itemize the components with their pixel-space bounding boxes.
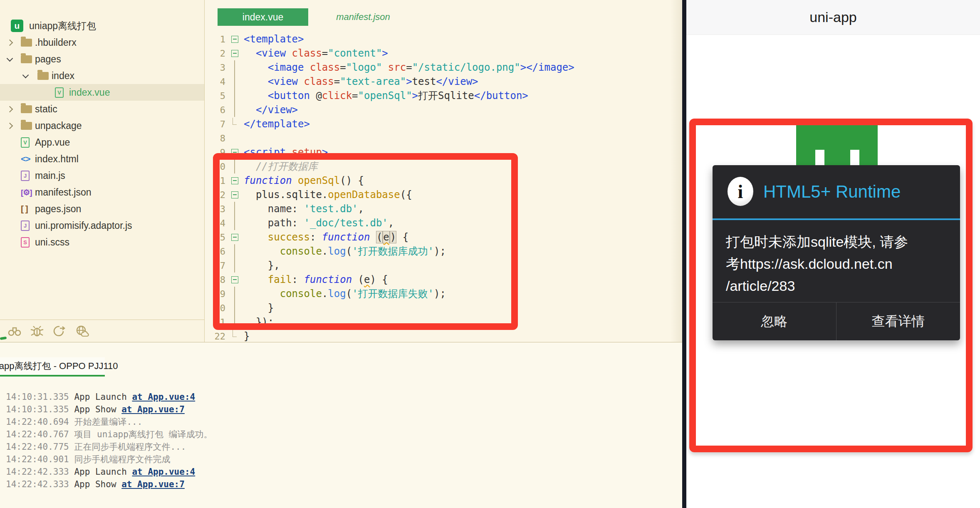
code-text: name: 'test.db', bbox=[241, 203, 364, 215]
chevron-down-icon[interactable] bbox=[22, 72, 29, 78]
log-message: App Launch bbox=[74, 392, 132, 402]
chevron-right-icon[interactable] bbox=[7, 106, 13, 112]
log-source-link[interactable]: at App.vue:4 bbox=[132, 392, 195, 402]
console-panel: uniapp离线打包 - OPPO PJJ110 14:10:31.335 Ap… bbox=[0, 342, 682, 508]
code-line-5[interactable]: 5 <button @click="openSql">打开Sqlite</but… bbox=[205, 89, 682, 103]
console-tab-device[interactable]: uniapp离线打包 - OPPO PJJ110 bbox=[0, 357, 105, 375]
code-line-6[interactable]: 6 </view> bbox=[205, 103, 682, 117]
fold-guide bbox=[228, 258, 241, 273]
tree-item-label: main.js bbox=[35, 170, 65, 181]
fold-toggle-icon[interactable] bbox=[228, 32, 241, 46]
log-source-link[interactable]: at App.vue:7 bbox=[121, 404, 185, 414]
tree-item-unpackage[interactable]: unpackage bbox=[0, 117, 204, 134]
sidebar-toolbar bbox=[0, 320, 205, 342]
tree-item-label: unpackage bbox=[35, 120, 82, 131]
tree-item-index.vue[interactable]: Vindex.vue bbox=[0, 84, 204, 101]
code-text: </template> bbox=[241, 118, 310, 130]
binoculars-search-icon[interactable] bbox=[7, 325, 22, 338]
fold-toggle-icon[interactable] bbox=[228, 188, 241, 202]
line-number: 1 bbox=[205, 34, 228, 45]
tree-item-pages.json[interactable]: [ ]pages.json bbox=[0, 201, 204, 217]
tree-item-static[interactable]: static bbox=[0, 101, 204, 117]
code-line-1[interactable]: 1<template> bbox=[205, 32, 682, 46]
tree-item-label: index bbox=[52, 70, 74, 82]
code-line-21[interactable]: 21 }); bbox=[205, 315, 682, 329]
console-log-list: 14:10:31.335 App Launch at App.vue:414:1… bbox=[6, 391, 213, 491]
tab-manifest-json[interactable]: manifest.json bbox=[326, 8, 401, 26]
code-line-3[interactable]: 3 <image class="logo" src="/static/logo.… bbox=[205, 60, 682, 74]
fold-toggle-icon[interactable] bbox=[228, 46, 241, 60]
code-text: //打开数据库 bbox=[241, 160, 318, 173]
sync-arrow-icon[interactable] bbox=[52, 325, 67, 338]
code-line-7[interactable]: 7</template> bbox=[205, 117, 682, 131]
dialog-header: i HTML5+ Runtime bbox=[713, 165, 960, 218]
log-message: App Show bbox=[74, 404, 121, 414]
chevron-down-icon[interactable] bbox=[7, 55, 13, 62]
log-source-link[interactable]: at App.vue:7 bbox=[121, 479, 185, 489]
tree-item-label: uni.scss bbox=[35, 237, 69, 248]
code-line-18[interactable]: 18 fail: function (e) { bbox=[205, 273, 682, 287]
tree-item-.hbuilderx[interactable]: .hbuilderx bbox=[0, 34, 204, 51]
fold-toggle-icon[interactable] bbox=[228, 145, 241, 159]
tree-item-main.js[interactable]: Jmain.js bbox=[0, 167, 204, 184]
tab-index-vue[interactable]: index.vue bbox=[218, 8, 308, 26]
editor-scrollbar[interactable] bbox=[671, 0, 682, 342]
fold-toggle-icon[interactable] bbox=[228, 273, 241, 287]
code-line-8[interactable]: 8 bbox=[205, 131, 682, 145]
code-line-9[interactable]: 9<script setup> bbox=[205, 145, 682, 159]
tree-item-App.vue[interactable]: VApp.vue bbox=[0, 134, 204, 151]
globe-cloud-icon[interactable] bbox=[74, 325, 90, 338]
chevron-right-icon[interactable] bbox=[7, 39, 13, 46]
phone-titlebar: uni-app bbox=[686, 0, 980, 35]
console-log-line: 14:10:31.335 App Launch at App.vue:4 bbox=[6, 391, 213, 403]
code-text: <template> bbox=[241, 33, 304, 45]
line-number: 22 bbox=[205, 331, 228, 342]
code-text: console.log('打开数据库成功'); bbox=[241, 245, 446, 258]
folder-icon bbox=[37, 72, 49, 80]
tree-item-label: pages bbox=[35, 54, 61, 65]
tree-item-label: App.vue bbox=[35, 137, 70, 148]
tree-item-manifest.json[interactable]: [⚙]manifest.json bbox=[0, 184, 204, 201]
tree-item-label: static bbox=[35, 104, 57, 115]
code-line-13[interactable]: 13 name: 'test.db', bbox=[205, 202, 682, 216]
line-number: 19 bbox=[205, 289, 228, 299]
code-text: <image class="logo" src="/static/logo.pn… bbox=[241, 62, 574, 73]
line-number: 7 bbox=[205, 119, 228, 129]
code-text: plus.sqlite.openDatabase({ bbox=[241, 189, 412, 201]
code-line-19[interactable]: 19 console.log('打开数据库失败'); bbox=[205, 287, 682, 301]
bug-debug-icon[interactable] bbox=[29, 325, 45, 338]
code-area[interactable]: 1<template>2 <view class="content">3 <im… bbox=[205, 32, 682, 343]
log-source-link[interactable]: at App.vue:4 bbox=[132, 467, 195, 477]
code-line-20[interactable]: 20 } bbox=[205, 301, 682, 315]
project-root[interactable]: u uniapp离线打包 bbox=[0, 17, 204, 34]
code-line-22[interactable]: 22} bbox=[205, 329, 682, 343]
code-line-17[interactable]: 17 }, bbox=[205, 258, 682, 273]
fold-toggle-icon[interactable] bbox=[228, 173, 241, 188]
tree-item-index[interactable]: index bbox=[0, 67, 204, 84]
ignore-button[interactable]: 忽略 bbox=[713, 302, 836, 340]
fold-toggle-icon[interactable] bbox=[228, 230, 241, 244]
code-line-2[interactable]: 2 <view class="content"> bbox=[205, 46, 682, 60]
project-explorer: u uniapp离线打包 .hbuilderxpagesindexVindex.… bbox=[0, 0, 205, 342]
fold-guide bbox=[228, 131, 241, 145]
view-details-button[interactable]: 查看详情 bbox=[836, 302, 960, 340]
code-line-4[interactable]: 4 <view class="text-area">test</view> bbox=[205, 74, 682, 89]
code-line-12[interactable]: 12 plus.sqlite.openDatabase({ bbox=[205, 188, 682, 202]
code-line-11[interactable]: 11function openSql() { bbox=[205, 173, 682, 188]
code-line-16[interactable]: 16 console.log('打开数据库成功'); bbox=[205, 244, 682, 258]
dialog-buttons: 忽略 查看详情 bbox=[713, 302, 960, 340]
window-divider[interactable] bbox=[682, 0, 686, 508]
tree-item-pages[interactable]: pages bbox=[0, 51, 204, 67]
code-line-10[interactable]: 10 //打开数据库 bbox=[205, 159, 682, 173]
folder-icon bbox=[21, 105, 32, 113]
code-line-15[interactable]: 15 success: function (e) { bbox=[205, 230, 682, 244]
code-text: }, bbox=[241, 260, 280, 271]
folder-icon bbox=[21, 39, 32, 47]
code-line-14[interactable]: 14 path: '_doc/test.db', bbox=[205, 216, 682, 230]
tree-item-index.html[interactable]: <>index.html bbox=[0, 151, 204, 167]
log-timestamp: 14:22:40.775 bbox=[6, 442, 74, 452]
tree-item-uni.scss[interactable]: Suni.scss bbox=[0, 234, 204, 250]
line-number: 16 bbox=[205, 246, 228, 257]
tree-item-uni.promisify.adaptor.js[interactable]: Juni.promisify.adaptor.js bbox=[0, 217, 204, 234]
chevron-right-icon[interactable] bbox=[7, 122, 13, 129]
